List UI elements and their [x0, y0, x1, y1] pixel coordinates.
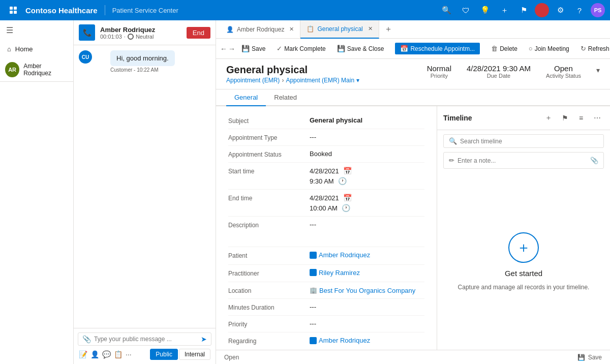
chat-icon[interactable]: 💬	[102, 350, 111, 358]
tab-general-physical[interactable]: 📋 General physical ✕	[300, 20, 379, 39]
value-location[interactable]: 🏢 Best For You Organics Company	[310, 286, 424, 294]
template-icon[interactable]: 📋	[114, 350, 123, 358]
value-regarding[interactable]: Amber Rodriquez	[310, 337, 424, 346]
breadcrumb-chevron[interactable]: ▾	[356, 77, 359, 84]
command-bar: ← → 💾 Save ✓ Mark Complete 💾 Save & Clos…	[216, 39, 610, 59]
form-row-minutes: Minutes Duration ---	[228, 299, 424, 316]
patient-link[interactable]: Amber Rodriquez	[310, 251, 370, 259]
record-meta-expand[interactable]: ▾	[596, 66, 600, 74]
tab-bar: 👤 Amber Rodriquez ✕ 📋 General physical ✕…	[216, 20, 610, 39]
chat-bubble-wrapper: Hi, good morning. Customer - 10:22 AM	[95, 50, 175, 73]
label-patient: Patient	[228, 251, 310, 259]
start-time: 9:30 AM	[310, 177, 334, 185]
value-start-time: 4/28/2021 📅 9:30 AM 🕐	[310, 167, 352, 185]
save-close-button[interactable]: 💾 Save & Close	[332, 43, 389, 54]
contact-name[interactable]: Amber Rodriquez	[23, 63, 68, 77]
save-floppy-icon: 💾	[577, 354, 585, 361]
sub-tab-related[interactable]: Related	[266, 89, 305, 106]
label-subject: Subject	[228, 116, 310, 125]
join-meeting-button[interactable]: ○ Join Meeting	[524, 43, 574, 54]
end-call-button[interactable]: End	[187, 27, 210, 39]
timeline-search-input[interactable]	[460, 138, 598, 145]
timeline-more-icon[interactable]: ⋯	[591, 111, 604, 125]
main-layout: ☰ ⌂ Home AR Amber Rodriquez 📞 Amber Rodr…	[0, 20, 610, 364]
delete-button[interactable]: 🗑 Delete	[486, 43, 523, 54]
apps-icon[interactable]	[5, 2, 21, 18]
tab-close-general[interactable]: ✕	[368, 25, 373, 32]
attachment-note-icon[interactable]: 📎	[590, 157, 598, 164]
regarding-link[interactable]: Amber Rodriquez	[310, 337, 370, 344]
value-end-time: 4/28/2021 📅 10:00 AM 🕐	[310, 194, 352, 212]
public-button[interactable]: Public	[150, 349, 178, 360]
reschedule-button[interactable]: 📅 Reschedule Appointm...	[395, 43, 480, 54]
value-subject: General physical	[310, 116, 424, 124]
send-icon[interactable]: ➤	[201, 335, 207, 343]
clock-icon-end[interactable]: 🕐	[342, 204, 350, 212]
hamburger-menu[interactable]: ☰	[0, 20, 73, 40]
refresh-label: Refresh	[588, 45, 609, 52]
record-breadcrumb: Appointment (EMR) › Appointment (EMR) Ma…	[226, 77, 427, 84]
value-patient[interactable]: Amber Rodriquez	[310, 251, 424, 260]
timeline-get-started-button[interactable]: ＋	[508, 232, 539, 263]
tab-amber-rodriquez[interactable]: 👤 Amber Rodriquez ✕	[220, 20, 300, 39]
sidebar-item-home[interactable]: ⌂ Home	[0, 40, 73, 58]
save-button[interactable]: 💾 Save	[236, 43, 270, 54]
location-link[interactable]: 🏢 Best For You Organics Company	[310, 287, 415, 294]
person-add-icon[interactable]: 👤	[90, 350, 99, 358]
form-row-description: Description ---	[228, 217, 424, 247]
label-description: Description	[228, 221, 310, 229]
search-icon[interactable]: 🔍	[438, 2, 454, 18]
breadcrumb-1[interactable]: Appointment (EMR)	[226, 77, 280, 84]
form-row-subject: Subject General physical	[228, 112, 424, 129]
top-navigation: Contoso Healthcare Patient Service Cente…	[0, 0, 610, 20]
timeline-search-icon: 🔍	[449, 137, 457, 145]
note-icon[interactable]: 📝	[79, 350, 87, 358]
status-bar-save-button[interactable]: 💾 Save	[577, 354, 602, 361]
filter-icon[interactable]: ⚑	[515, 2, 532, 18]
settings-icon[interactable]: ⚙	[552, 2, 568, 18]
status-bar-status: Open	[224, 354, 239, 361]
refresh-button[interactable]: ↻ Refresh	[575, 43, 610, 54]
tab-add-button[interactable]: ＋	[379, 24, 398, 35]
plus-icon[interactable]: ＋	[496, 2, 512, 18]
timeline-empty-subtitle: Capture and manage all records in your t…	[458, 284, 590, 291]
calendar-icon[interactable]: 📅	[343, 167, 352, 175]
app-subtitle: Patient Service Center	[112, 7, 178, 14]
user-avatar[interactable]: PS	[591, 3, 605, 17]
tab-close-amber[interactable]: ✕	[289, 26, 294, 33]
calendar-icon-end[interactable]: 📅	[343, 194, 352, 202]
timeline-filter-icon[interactable]: ⚑	[558, 111, 571, 125]
value-appt-type: ---	[310, 133, 424, 141]
breadcrumb-2[interactable]: Appointment (EMR) Main	[286, 77, 354, 84]
regarding-icon	[310, 337, 317, 344]
activity-status-label: Activity Status	[546, 73, 581, 79]
save-close-icon: 💾	[337, 45, 345, 52]
practitioner-link[interactable]: Riley Ramirez	[310, 269, 360, 277]
sub-tab-general[interactable]: General	[226, 89, 266, 106]
form-row-end-time: End time 4/28/2021 📅 10:00 AM 🕐	[228, 190, 424, 217]
lightbulb-icon[interactable]: 💡	[477, 2, 493, 18]
contact-avatar: AR	[5, 62, 19, 77]
value-practitioner[interactable]: Riley Ramirez	[310, 269, 424, 278]
clock-icon[interactable]: 🕐	[338, 177, 347, 185]
location-name: Best For You Organics Company	[319, 287, 415, 294]
chat-input[interactable]	[94, 336, 198, 343]
more-icon[interactable]: ···	[126, 350, 132, 358]
attachment-icon[interactable]: 📎	[82, 335, 91, 343]
shield-icon[interactable]: 🛡	[458, 2, 474, 18]
forward-button[interactable]: →	[228, 42, 235, 56]
chat-message-row: CU Hi, good morning. Customer - 10:22 AM	[79, 50, 210, 73]
label-regarding: Regarding	[228, 337, 310, 345]
timeline-add-icon[interactable]: ＋	[542, 111, 555, 125]
tab-label-amber: Amber Rodriquez	[237, 26, 284, 33]
timeline-note-input-field[interactable]	[458, 157, 587, 164]
timeline-view-icon[interactable]: ≡	[574, 111, 588, 125]
app-brand: Contoso Healthcare	[25, 6, 98, 15]
help-icon[interactable]: ?	[571, 2, 588, 18]
mark-complete-button[interactable]: ✓ Mark Complete	[271, 43, 330, 54]
customer-avatar: CU	[79, 50, 92, 64]
visibility-toggle: Public Internal	[150, 349, 210, 360]
back-button[interactable]: ←	[220, 42, 227, 56]
internal-button[interactable]: Internal	[179, 349, 210, 360]
end-time-row: 10:00 AM 🕐	[310, 204, 352, 212]
